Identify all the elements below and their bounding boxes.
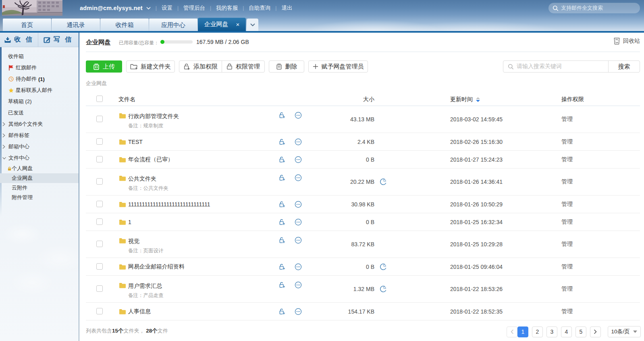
file-permission[interactable]: 管理 <box>561 241 573 248</box>
add-permission-icon[interactable] <box>278 112 286 121</box>
row-checkbox[interactable] <box>96 285 103 292</box>
file-permission[interactable]: 管理 <box>561 308 573 315</box>
file-name[interactable]: 视觉 <box>128 238 139 245</box>
file-permission[interactable]: 管理 <box>561 263 573 270</box>
sidebar-item-待办邮件[interactable]: 待办邮件 (1) <box>0 73 79 85</box>
tab-contacts[interactable]: 通讯录 <box>52 19 100 31</box>
sidebar-item-文件中心[interactable]: 文件中心 <box>0 152 79 164</box>
file-name[interactable]: TEST <box>128 139 143 145</box>
search-button[interactable]: 搜索 <box>608 61 640 72</box>
nav-link-settings[interactable]: 设置 <box>162 4 172 12</box>
file-name[interactable]: 年会流程（已审） <box>128 156 173 163</box>
sidebar-item-草稿箱 (2)[interactable]: 草稿箱 (2) <box>0 96 79 107</box>
pagination-page-1[interactable]: 1 <box>517 326 528 337</box>
chevron-down-icon[interactable] <box>146 7 151 10</box>
quota-pie-icon[interactable] <box>380 263 387 270</box>
file-permission[interactable]: 管理 <box>561 201 573 208</box>
more-actions-icon[interactable] <box>295 263 302 272</box>
sidebar-item-收件箱[interactable]: 收件箱 <box>0 51 79 62</box>
tab-list-dropdown[interactable] <box>247 19 258 31</box>
more-actions-icon[interactable] <box>295 308 302 317</box>
compose-mail-button[interactable]: 写 信 <box>38 33 78 47</box>
more-actions-icon[interactable] <box>295 174 302 183</box>
pagination-page-2[interactable]: 2 <box>532 326 543 337</box>
quota-pie-icon[interactable] <box>380 285 387 293</box>
file-search-input[interactable]: 请输入搜索关键词 <box>503 61 608 72</box>
sidebar-item-附件管理[interactable]: 附件管理 <box>0 193 79 202</box>
sidebar-item-邮件标签[interactable]: 邮件标签 <box>0 130 79 141</box>
more-actions-icon[interactable] <box>295 201 302 210</box>
row-checkbox[interactable] <box>96 201 103 207</box>
sidebar-item-已发送[interactable]: 已发送 <box>0 107 79 119</box>
file-name[interactable]: 行政内部管理文件夹 <box>128 113 179 120</box>
more-actions-icon[interactable] <box>295 156 302 165</box>
column-header-name[interactable]: 文件名 <box>118 96 135 103</box>
column-header-size[interactable]: 大小 <box>303 96 374 103</box>
grant-disk-admin-button[interactable]: 赋予网盘管理员 <box>308 60 368 73</box>
row-checkbox[interactable] <box>96 138 103 145</box>
account-email[interactable]: admin@cm.elysys.net <box>80 5 143 11</box>
sidebar-item-邮箱中心[interactable]: 邮箱中心 <box>0 141 79 152</box>
add-permission-icon[interactable] <box>278 237 286 245</box>
tab-inbox[interactable]: 收件箱 <box>100 19 149 31</box>
breadcrumb[interactable]: 企业网盘 <box>86 80 107 87</box>
pagination-page-3[interactable]: 3 <box>546 326 557 337</box>
sidebar-item-个人网盘[interactable]: 个人网盘 <box>0 164 79 173</box>
tab-enterprise-disk[interactable]: 企业网盘 × <box>198 18 246 31</box>
select-all-checkbox[interactable] <box>96 96 103 102</box>
file-permission[interactable]: 管理 <box>561 178 573 185</box>
row-checkbox[interactable] <box>96 156 103 162</box>
file-name[interactable]: 人事信息 <box>128 308 151 315</box>
pagination-next-button[interactable] <box>590 326 601 337</box>
permission-management-button[interactable]: 权限管理 <box>222 61 264 72</box>
row-checkbox[interactable] <box>96 218 103 225</box>
file-permission[interactable]: 管理 <box>561 218 573 226</box>
file-permission[interactable]: 管理 <box>561 285 573 293</box>
add-permission-icon[interactable] <box>278 174 286 183</box>
more-actions-icon[interactable] <box>295 138 302 147</box>
upload-button[interactable]: 上传 <box>86 60 122 73</box>
pagination-page-5[interactable]: 5 <box>575 326 586 337</box>
sidebar-item-云附件[interactable]: 云附件 <box>0 183 79 193</box>
file-permission[interactable]: 管理 <box>561 156 573 163</box>
more-actions-icon[interactable] <box>295 281 302 290</box>
add-permission-icon[interactable] <box>278 156 286 165</box>
mail-search-input[interactable]: 支持邮件全文搜索 <box>548 3 640 13</box>
more-actions-icon[interactable] <box>295 112 302 121</box>
file-name[interactable]: 1 <box>128 219 131 225</box>
file-name[interactable]: 用户需求汇总 <box>128 283 162 290</box>
sidebar-item-企业网盘[interactable]: 企业网盘 <box>0 173 79 183</box>
pagination-prev-button[interactable] <box>507 326 517 337</box>
row-checkbox[interactable] <box>96 178 103 185</box>
page-size-select[interactable]: 10条/页 <box>608 326 641 337</box>
sort-icon[interactable] <box>476 97 480 102</box>
nav-link-logout[interactable]: 退出 <box>281 4 292 12</box>
recycle-bin-button[interactable]: 回收站 <box>613 37 640 45</box>
row-checkbox[interactable] <box>96 241 103 247</box>
nav-link-self-query[interactable]: 自助查询 <box>249 4 270 12</box>
file-name[interactable]: 公共文件夹 <box>128 175 156 183</box>
tab-close-icon[interactable]: × <box>236 21 240 27</box>
new-folder-button[interactable]: 新建文件夹 <box>126 60 175 73</box>
column-header-updated[interactable]: 更新时间 <box>450 96 480 103</box>
row-checkbox[interactable] <box>96 308 103 314</box>
row-checkbox[interactable] <box>96 116 103 122</box>
sidebar-item-红旗邮件[interactable]: 红旗邮件 <box>0 62 79 73</box>
receive-mail-button[interactable]: 收 信 <box>0 33 38 47</box>
tab-home[interactable]: 首页 <box>3 19 51 31</box>
sidebar-item-星标联系人邮件[interactable]: 星标联系人邮件 <box>0 85 79 96</box>
file-permission[interactable]: 管理 <box>561 138 573 146</box>
file-name[interactable]: 网易企业邮箱介绍资料 <box>128 263 185 270</box>
nav-link-customer-service[interactable]: 我的客服 <box>216 4 238 12</box>
nav-link-admin-console[interactable]: 管理后台 <box>183 4 205 12</box>
sidebar-item-其他6个文件夹[interactable]: 其他6个文件夹 <box>0 119 79 130</box>
tab-app-center[interactable]: 应用中心 <box>149 19 197 31</box>
add-permission-icon[interactable] <box>278 138 286 147</box>
add-permission-icon[interactable] <box>278 281 286 290</box>
file-permission[interactable]: 管理 <box>561 116 573 123</box>
add-permission-icon[interactable] <box>278 308 286 317</box>
delete-button[interactable]: 删除 <box>269 60 304 73</box>
add-permission-icon[interactable] <box>278 218 286 227</box>
add-permission-icon[interactable] <box>278 201 286 210</box>
column-header-permission[interactable]: 操作权限 <box>561 96 584 103</box>
